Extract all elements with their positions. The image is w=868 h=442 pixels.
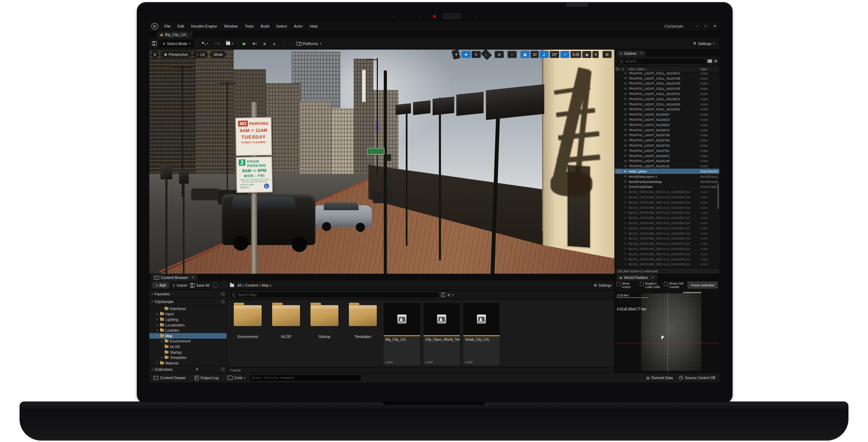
breadcrumb-content[interactable]: Content [245,283,258,287]
eye-icon[interactable] [616,170,620,173]
outliner-scrollbar[interactable] [717,72,719,268]
tree-expander-icon[interactable]: ▸ [160,340,163,342]
cinematics-dropdown[interactable]: ▾ [224,41,235,46]
cmd-dropdown[interactable]: >_ Cmd ▾ [226,376,247,380]
outliner-row[interactable]: ◎BLDG_GROUND_DECALS_N102003 (UrActor [615,251,719,257]
outliner-row[interactable]: ◎TRAFFIC_LIGHT_N123622Actor [615,122,719,127]
outliner-row[interactable]: ◎TRAFFIC_LIGHT_COLL_N123740Actor [615,81,719,86]
outliner-row[interactable]: ◎BLDG_GROUND_DECALS_N102001 (UrActor [615,241,719,246]
checkbox-icon[interactable] [640,282,644,286]
folder-tile-templates[interactable]: Templates [345,303,380,339]
outliner-row[interactable]: ◎BLDG_GROUND_DECALS_N101005 (UrActor [615,231,719,236]
play-options-button[interactable]: ⋮ [281,40,289,47]
outliner-row[interactable]: ◎TRAFFIC_LIGHT_COLL_N123751Actor [615,91,719,96]
outliner-row[interactable]: ◎TRAFFIC_LIGHT_N123457Actor [615,112,719,117]
scale-snap-icon[interactable]: ↗ [560,51,569,58]
asset-search[interactable] [229,292,439,298]
outliner-row[interactable]: ◎TRAFFIC_LIGHT_N124131Actor [615,163,719,169]
folder-tile-startup[interactable]: Startup [307,303,342,339]
checkbox-icon[interactable] [664,282,668,286]
focus-selection-button[interactable]: Focus Selection [688,282,718,288]
console-input[interactable] [250,376,361,380]
tree-item-hlod[interactable]: HLOD [149,344,227,349]
close-icon[interactable]: ✕ [192,276,194,279]
tree-item-startup[interactable]: Startup [149,349,227,355]
outliner-row[interactable]: ◎BLDG_GROUND_DECALS_N101003 (UrActor [615,220,719,226]
outliner-row[interactable]: ◎BLDG_GROUND_DECALS_N101004 (UrActor [615,226,719,231]
viewport-menu-icon[interactable]: ☰ [151,51,158,58]
favorites-section[interactable]: ▸ Favorites [149,290,227,298]
settings-dropdown[interactable]: ⚙ Settings ▾ [691,40,717,47]
tree-expander-icon[interactable]: ▸ [156,312,159,315]
blueprints-dropdown[interactable]: ∷▾ [212,41,222,46]
filter-icon[interactable]: ≣ [447,293,450,297]
outliner-row[interactable]: ◎BLDG_GROUND_DECALS_N101000 (UrActor [615,205,719,210]
outliner-row[interactable]: ◎TRAFFIC_LIGHT_N123523Actor [615,117,719,122]
breadcrumb-map[interactable]: Map [262,283,269,287]
save-search-icon[interactable] [441,293,446,297]
maximize-viewport-icon[interactable]: ⊞ [603,51,612,58]
search-icon[interactable] [221,300,224,303]
menu-actor[interactable]: Actor [290,22,306,31]
search-icon[interactable] [221,368,224,371]
tree-expander-icon[interactable]: ▸ [156,329,159,332]
folder-tile-environment[interactable]: Environment [230,303,265,339]
outliner-row[interactable]: ◎TRAFFIC_LIGHT_COLL_N123971Actor [615,96,719,102]
derived-data-button[interactable]: ▤ Derived Data [645,376,674,380]
tree-expander-icon[interactable]: ▾ [156,334,159,337]
outliner-row[interactable]: ◎BLDG_GROUND_DECALS_N100001 (UrActor [615,194,719,200]
move-icon[interactable]: ✥ [462,51,471,58]
tab-content-browser[interactable]: Content Browser ✕ [151,274,197,281]
outliner-row[interactable]: ⚲◈water_planeStaticMeshActor [615,169,719,174]
minimize-button[interactable]: – [692,22,701,31]
unreal-logo-icon[interactable]: U [151,23,158,30]
console-input-box[interactable] [249,375,361,381]
stop-button[interactable]: ■ [261,40,268,47]
outliner-settings-icon[interactable]: ⚙ [714,59,717,64]
pin-column-icon[interactable]: ⚲ [622,67,624,71]
outliner-row[interactable]: ◎TRAFFIC_LIGHT_N123740Actor [615,138,719,143]
checkbox-icon[interactable] [616,282,620,286]
level-tile-small-city-lvl[interactable]: Small_City_LVLLevel [463,303,500,365]
outliner-row[interactable]: ◎TRAFFIC_LIGHT_N123672Actor [615,127,719,133]
surface-snap-icon[interactable]: ∷ [508,51,517,58]
output-log-button[interactable]: Output Log [193,376,220,380]
outliner-search-input[interactable] [624,59,703,64]
add-actor-dropdown[interactable]: ▾ [199,41,210,46]
outliner-row[interactable]: ◎TRAFFIC_LIGHT_N123751Actor [615,148,719,153]
outliner-row[interactable]: ◎WorldPartitionMiniMapWorldPartitionMin [615,179,719,184]
tab-world-partition[interactable]: ▦ World Partition ✕ [616,274,657,281]
menu-edit[interactable]: Edit [174,22,188,31]
menu-window[interactable]: Window [220,22,241,31]
menu-select[interactable]: Select [273,22,291,31]
forward-button[interactable]: → [221,282,227,288]
tree-item-material[interactable]: ▸Material [149,360,227,365]
tree-item-lighting[interactable]: ▸Lighting [149,317,227,322]
world-partition-minimap[interactable]: 2.03 km 4.61x5.50x0.77 km [615,292,719,373]
outliner-row[interactable]: ◎TRAFFIC_LIGHT_COLL_N123739Actor [615,76,719,81]
outliner-row[interactable]: ◎BLDG_GROUND_DECALS_N101002 (UrActor [615,215,719,220]
select-mode-dropdown[interactable]: ➤ Select Mode ▾ [159,40,194,47]
outliner-row[interactable]: ◎BLDG_GROUND_DECALS_N100002 (UrActor [615,200,719,205]
outliner-row[interactable]: ◎TRAFFIC_LIGHT_N124130Actor [615,159,719,164]
breadcrumb-all[interactable]: All [237,283,241,287]
viewport-pill-lit[interactable]: ◐Lit [193,51,208,58]
menu-tools[interactable]: Tools [241,22,257,31]
visibility-column-icon[interactable] [615,68,620,71]
outliner-row[interactable]: ◎TRAFFIC_LIGHT_COLL_N124130Actor [615,102,719,107]
close-button[interactable]: ✕ [710,22,719,31]
new-folder-icon[interactable] [708,59,712,63]
folder-tile-hlod[interactable]: HLOD [269,303,304,339]
level-tile-big-city-lvl[interactable]: Big_City_LVLLevel [384,303,420,365]
close-icon[interactable]: ✕ [651,276,654,279]
outliner-row[interactable]: ◎TRAFFIC_LIGHT_COLL_N123743Actor [615,86,719,91]
menu-houdini-engine[interactable]: Houdini Engine [188,22,221,31]
checkbox-show-actors[interactable]: Show Actors [616,282,638,289]
tab-big-city-lvl[interactable]: Big_City_LVL [157,31,193,38]
tree-item-localization[interactable]: ▸Localization [149,322,227,328]
grid-snap-icon[interactable]: ▦ [521,51,530,58]
tree-item-interfaces[interactable]: Interfaces [149,306,227,311]
asset-search-input[interactable] [237,293,436,297]
outliner-row[interactable]: ◎BLDG_GROUND_DECALS_N102002 (UrActor [615,246,719,251]
search-icon[interactable] [221,292,224,295]
